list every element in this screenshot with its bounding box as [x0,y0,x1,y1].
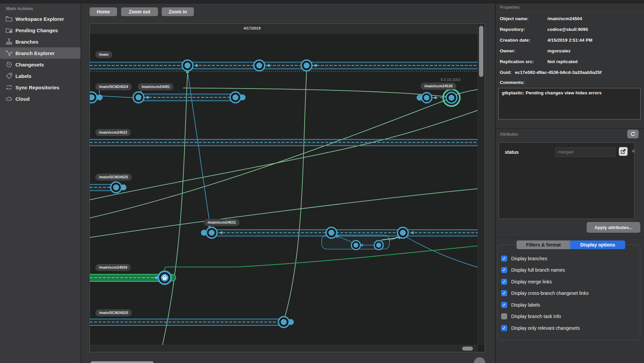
floating-button-partial[interactable] [474,357,485,363]
prop-value: mgonzalez [547,48,571,53]
branch-label-scm24535[interactable]: /main/scm24535 [421,83,456,90]
changeset-node[interactable] [278,317,289,327]
prop-guid: Guid: ec17e592-d9ac-4536-b6cd-3a20aab5a2… [500,70,601,75]
branch-explorer-icon [5,49,13,57]
sidebar-item-changesets[interactable]: Changesets [0,59,80,70]
comments-box[interactable]: gtkplastic: Pending changes view hides e… [498,88,641,120]
prop-value: /main/scm24504 [547,16,582,21]
changeset-node[interactable] [182,60,193,71]
sidebar: Main Actions Workspace Explorer Pending … [0,3,81,363]
tab-filters-format[interactable]: Filters & format [517,240,570,249]
edit-attribute-button[interactable] [619,147,628,156]
horizontal-scrollbar[interactable] [90,345,478,352]
zoom-in-button[interactable]: Zoom in [162,7,194,16]
checkbox-icon[interactable] [501,302,507,308]
branch-row-scm24491 [97,91,246,101]
zoom-out-button[interactable]: Zoom out [121,7,158,16]
divider [496,12,644,12]
branch-explorer-window: Main Actions Workspace Explorer Pending … [0,0,644,363]
prop-value: Not replicated [547,59,578,64]
changeset-node[interactable] [254,60,265,71]
checkbox-icon[interactable] [501,256,507,262]
sidebar-item-cloud[interactable]: Cloud [0,93,80,104]
attributes-title: Attributes [500,132,518,137]
sidebar-title: Main Actions [6,6,80,11]
apply-attributes-button[interactable]: Apply attributes... [587,222,640,233]
attributes-list: status merged × [498,142,635,219]
edit-icon [621,149,626,154]
changeset-node[interactable] [301,60,312,71]
prop-label: Repository: [500,27,547,32]
sidebar-item-pending-changes[interactable]: Pending Changes [0,25,80,36]
checkbox-icon[interactable] [501,325,507,331]
branch-label-scm24524[interactable]: /main/SCM24524 [95,83,132,90]
branch-label-scm24531[interactable]: /main/scm24531 [204,219,239,226]
checkbox-icon[interactable] [501,267,507,273]
changeset-node-selected[interactable] [443,89,460,106]
checkbox-icon[interactable] [501,279,507,285]
sidebar-item-label: Pending Changes [15,28,58,33]
version-label: 8.0.16.3163 [441,78,460,82]
bottom-toolbar-partial[interactable] [91,361,154,363]
sidebar-item-sync-repositories[interactable]: Sync Repositories [0,82,80,93]
vertical-scrollbar-thumb[interactable] [479,26,483,77]
option-display-full-branch-names[interactable]: Display full branch names [501,267,565,273]
changeset-node[interactable] [133,92,144,103]
vertical-scrollbar[interactable] [478,24,485,345]
folder-pending-icon [5,27,13,34]
branch-label-scm24522[interactable]: /main/scm24522 [95,129,131,136]
changeset-node[interactable] [374,241,383,250]
branch-label-scm24525[interactable]: /main/SCM24525 [95,174,132,181]
changesets-icon [5,61,13,68]
option-display-branches[interactable]: Display branches [501,255,547,262]
prop-value: 4/15/2019 2:51:44 PM [547,38,592,43]
prop-value: ec17e592-d9ac-4536-b6cd-3a20aab5a25f [515,70,601,75]
branch-label-scm24504[interactable]: /main/scm24504 [95,264,131,271]
attribute-name: status [505,149,519,155]
sidebar-item-label: Changesets [15,62,44,67]
date-header: 4/17/2019 [244,26,261,30]
sidebar-item-label: Cloud [15,96,30,102]
changeset-node[interactable] [397,227,408,238]
option-display-cross-branch-links[interactable]: Display cross-branch changeset links [501,290,589,297]
branch-label-main[interactable]: /main [95,51,112,58]
merge-links [90,70,485,352]
home-button[interactable]: Home [90,7,117,16]
changeset-node[interactable] [352,241,361,250]
refresh-button[interactable] [627,130,639,138]
sidebar-item-labels[interactable]: Labels [0,70,80,82]
prop-label: Owner: [500,48,547,53]
changeset-node[interactable] [111,182,121,193]
horizontal-scrollbar-thumb[interactable] [462,347,473,351]
branch-diagram-canvas[interactable]: 4/17/2019 8.0.16.3163 /main /main/SCM245… [90,24,485,352]
option-display-only-relevant[interactable]: Display only relevant changesets [501,325,580,331]
workspace-home-node[interactable] [158,271,171,284]
branch-row-scm24520 [90,319,294,326]
changeset-node[interactable] [90,92,97,103]
checkbox-icon[interactable] [501,290,507,296]
option-display-merge-links[interactable]: Display merge links [501,278,552,285]
divider [496,237,644,237]
prop-label: Replication src: [500,59,547,64]
changeset-node[interactable] [422,93,432,103]
sidebar-item-workspace-explorer[interactable]: Workspace Explorer [0,13,80,25]
sidebar-item-label: Branches [15,39,38,45]
prop-creation-date: Creation date: 4/15/2019 2:51:44 PM [500,38,592,43]
branch-label-scm24520[interactable]: /main/SCM24520 [95,309,132,316]
branch-label-scm24491[interactable]: /main/scm24491 [138,83,173,90]
changeset-node[interactable] [206,227,217,238]
label-tag-icon [5,72,13,80]
checkbox-icon[interactable] [501,313,507,319]
sidebar-item-branch-explorer[interactable]: Branch Explorer [0,47,80,59]
tab-display-options[interactable]: Display options [570,240,625,249]
sidebar-item-branches[interactable]: Branches [0,36,80,47]
prop-owner: Owner: mgonzalez [500,48,571,53]
changeset-node[interactable] [230,92,241,103]
prop-label: Guid: [500,70,512,75]
window-top-strip [0,0,644,3]
delete-attribute-icon[interactable]: × [632,148,635,154]
option-display-labels[interactable]: Display labels [501,302,540,308]
attribute-value-input[interactable]: merged [555,147,615,157]
changeset-node[interactable] [326,227,337,238]
option-display-branch-task-info[interactable]: Display branch task info [501,313,561,320]
